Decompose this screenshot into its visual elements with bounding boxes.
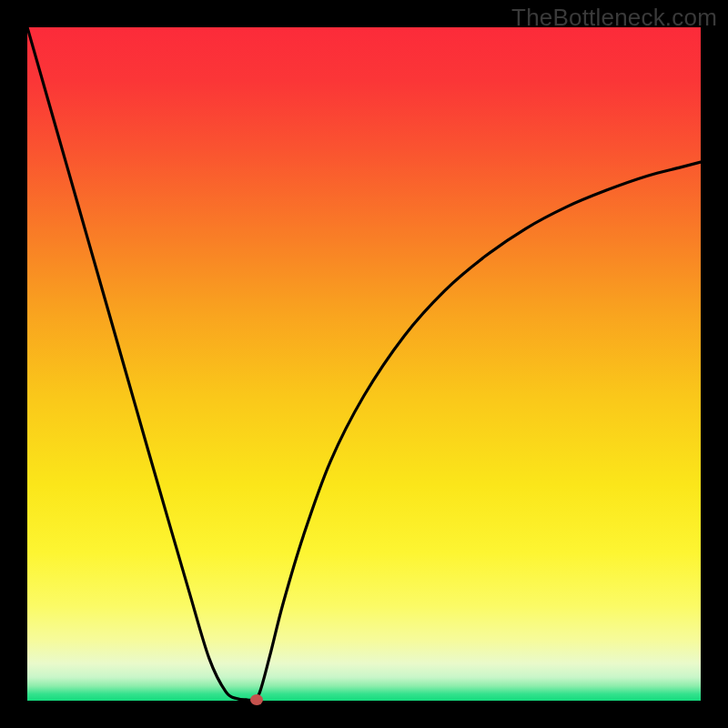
watermark-text: TheBottleneck.com	[511, 4, 717, 32]
chart-frame	[27, 27, 701, 701]
gradient-background	[27, 27, 701, 701]
optimal-point-dot	[250, 694, 263, 705]
